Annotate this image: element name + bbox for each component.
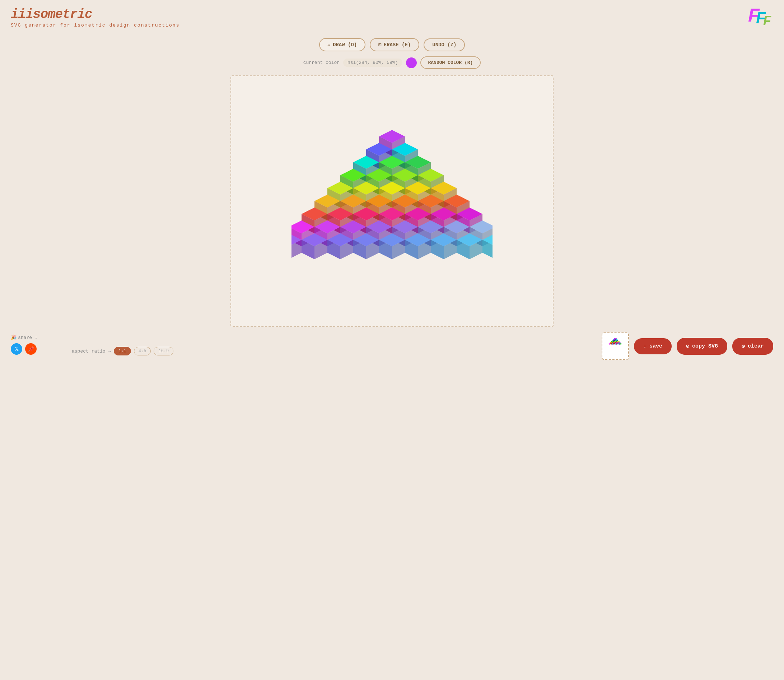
clear-button[interactable]: ⊗ clear (732, 338, 773, 355)
clear-icon: ⊗ (741, 343, 745, 350)
save-icon: ↓ (643, 343, 647, 349)
isometric-canvas: .cube-top { opacity: 1; } .cube-left { o… (231, 111, 553, 291)
reddit-icon: 📌 (28, 346, 34, 352)
ratio-16-9-button[interactable]: 16:9 (154, 347, 173, 356)
aspect-ratio-label: aspect ratio → (72, 349, 111, 354)
color-row: current color hsl(284, 90%, 59%) RANDOM … (0, 57, 784, 69)
color-value: hsl(284, 90%, 59%) (343, 58, 402, 67)
copy-svg-button[interactable]: ⊙ copy SVG (677, 338, 727, 355)
app-title: iiisometric (11, 7, 773, 22)
color-label: current color (303, 60, 340, 65)
twitter-button[interactable]: 𝕏 (11, 343, 22, 355)
header: iiisometric SVG generator for isometric … (0, 0, 784, 31)
party-icon: 🎉 (11, 335, 17, 340)
pyramid-svg: .cube-top { opacity: 1; } .cube-left { o… (291, 126, 493, 277)
color-picker[interactable] (406, 57, 417, 68)
aspect-ratio-row: aspect ratio → 1:1 4:5 16:9 (72, 347, 173, 356)
undo-button[interactable]: UNDO (Z) (423, 38, 465, 51)
reddit-button[interactable]: 📌 (25, 343, 36, 355)
erase-button[interactable]: ⊡ ERASE (E) (370, 38, 419, 51)
preview-svg (605, 337, 626, 355)
svg-text:F: F (763, 13, 771, 27)
draw-button[interactable]: ✏ DRAW (D) (319, 38, 366, 51)
twitter-icon: 𝕏 (15, 346, 19, 352)
random-color-button[interactable]: RANDOM COLOR (R) (420, 57, 481, 69)
preview-thumbnail (601, 332, 629, 360)
ratio-4-5-button[interactable]: 4:5 (134, 347, 151, 356)
app-subtitle: SVG generator for isometric design const… (11, 23, 773, 28)
save-button[interactable]: ↓ save (634, 338, 672, 354)
ratio-1-1-button[interactable]: 1:1 (114, 347, 131, 356)
social-icons: 𝕏 📌 (11, 343, 36, 355)
share-label: 🎉 share ↓ (11, 335, 38, 340)
share-section: 🎉 share ↓ 𝕏 📌 (11, 335, 38, 355)
pencil-icon: ✏ (328, 42, 331, 48)
canvas-area[interactable]: .cube-top { opacity: 1; } .cube-left { o… (230, 76, 554, 327)
bottom-bar: 🎉 share ↓ 𝕏 📌 aspect ratio → 1:1 4:5 16:… (0, 327, 784, 365)
toolbar: ✏ DRAW (D) ⊡ ERASE (E) UNDO (Z) (0, 38, 784, 51)
copy-icon: ⊙ (686, 343, 689, 350)
pyramid-row-9 (291, 233, 493, 259)
logo-icon: F F F (748, 5, 773, 27)
eraser-icon: ⊡ (378, 42, 381, 48)
